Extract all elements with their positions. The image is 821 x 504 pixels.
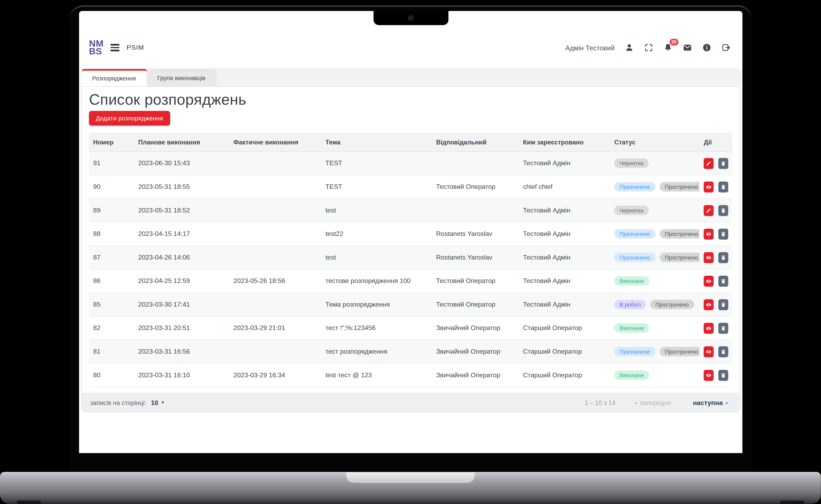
cell-actual: 2023-05-26 18:56 bbox=[230, 269, 321, 293]
cell-actions bbox=[700, 151, 733, 175]
cell-registered-by: Тестовий Адмін bbox=[519, 269, 610, 293]
cell-registered-by: Тестовий Адмін bbox=[519, 293, 610, 316]
cell-topic: тестове розпорядження 100 bbox=[321, 269, 432, 293]
pencil-icon bbox=[706, 160, 712, 166]
cell-responsible: Тестовий Оператор bbox=[432, 293, 519, 316]
per-page-select[interactable]: 10 ▼ bbox=[151, 399, 165, 406]
view-button[interactable] bbox=[704, 370, 714, 381]
prev-page-button[interactable]: ◂ попередня bbox=[631, 398, 674, 407]
orders-table: Номер Планове виконання Фактичне виконан… bbox=[89, 133, 733, 387]
cell-number: 85 bbox=[89, 293, 134, 316]
bell-icon[interactable]: 20 bbox=[664, 43, 673, 52]
camera-dot bbox=[408, 15, 413, 21]
fullscreen-icon[interactable] bbox=[644, 43, 654, 52]
add-order-button[interactable]: Додати розпорядження bbox=[89, 111, 170, 125]
cell-responsible: Звичайний Оператор bbox=[432, 340, 519, 363]
table-row: 862023-04-25 12:592023-05-26 18:56тестов… bbox=[89, 269, 733, 293]
cell-actions bbox=[700, 316, 733, 340]
edit-button[interactable] bbox=[704, 158, 714, 169]
cell-actual bbox=[230, 151, 321, 175]
table-row: 882023-04-15 14:17test22Rostanets Yarosl… bbox=[89, 222, 733, 246]
cell-planned: 2023-03-31 16:56 bbox=[134, 340, 229, 363]
table-row: 852023-03-30 17:41Тема розпорядженняТест… bbox=[89, 293, 733, 316]
delete-button[interactable] bbox=[719, 299, 728, 310]
cell-topic: тест розпорядження bbox=[321, 340, 432, 363]
cell-topic: TEST bbox=[321, 175, 432, 199]
view-button[interactable] bbox=[704, 228, 714, 239]
edit-button[interactable] bbox=[704, 205, 714, 216]
status-badge-assigned: Призначене bbox=[614, 182, 655, 191]
cell-actual bbox=[230, 222, 321, 246]
deck-notch bbox=[346, 472, 475, 483]
tab-orders[interactable]: Розпорядження bbox=[82, 69, 147, 86]
cell-actual bbox=[230, 246, 321, 269]
cell-topic: TEST bbox=[321, 151, 432, 175]
view-button[interactable] bbox=[704, 181, 714, 192]
delete-button[interactable] bbox=[719, 228, 728, 239]
card-body: Список розпоряджень Додати розпорядження… bbox=[82, 87, 740, 393]
cell-responsible: Звичайний Оператор bbox=[432, 316, 519, 340]
canvas: NM BS PSIM Адмін Тестовий bbox=[0, 0, 821, 504]
status-badge-working: В роботі bbox=[614, 300, 646, 309]
cell-number: 82 bbox=[89, 316, 134, 340]
next-page-label: наступна bbox=[693, 399, 723, 406]
laptop-notch bbox=[373, 11, 448, 25]
table-row: 812023-03-31 16:56тест розпорядженняЗвич… bbox=[89, 340, 733, 363]
cell-actual bbox=[230, 199, 321, 222]
delete-button[interactable] bbox=[719, 346, 728, 357]
delete-button[interactable] bbox=[719, 252, 728, 263]
cell-planned: 2023-04-25 12:59 bbox=[134, 269, 229, 293]
delete-button[interactable] bbox=[719, 322, 728, 333]
cell-number: 91 bbox=[89, 151, 134, 175]
cell-planned: 2023-03-30 17:41 bbox=[134, 293, 229, 316]
menu-icon[interactable] bbox=[110, 44, 119, 51]
cell-topic: test тест @ 123 bbox=[321, 363, 432, 387]
cell-actual bbox=[230, 340, 321, 363]
cell-topic: Тема розпорядження bbox=[321, 293, 432, 316]
logout-icon[interactable] bbox=[722, 43, 731, 52]
chevron-down-icon: ▼ bbox=[161, 400, 165, 405]
status-badge-done: Виконане bbox=[614, 323, 649, 333]
view-button[interactable] bbox=[704, 275, 714, 286]
view-button[interactable] bbox=[704, 252, 714, 263]
table-header-row: Номер Планове виконання Фактичне виконан… bbox=[89, 133, 733, 152]
eye-icon bbox=[706, 184, 712, 190]
user-icon[interactable] bbox=[625, 43, 634, 52]
per-page-label: записів на сторінці: bbox=[90, 399, 146, 406]
view-button[interactable] bbox=[704, 299, 714, 310]
eye-icon bbox=[706, 302, 712, 307]
status-badge-assigned: Призначене bbox=[614, 347, 655, 356]
trash-icon bbox=[721, 325, 726, 331]
status-badge-overdue: Прострочено bbox=[660, 229, 700, 239]
cell-number: 89 bbox=[89, 199, 134, 222]
cell-status: ПризначенеПрострочено bbox=[610, 340, 700, 363]
cell-responsible bbox=[432, 199, 519, 222]
pagination-bar: записів на сторінці: 10 ▼ 1 – 10 з 14 ◂ … bbox=[82, 393, 740, 412]
info-icon[interactable] bbox=[702, 43, 712, 52]
eye-icon bbox=[706, 231, 712, 237]
mail-icon[interactable] bbox=[683, 43, 692, 52]
cell-topic: test bbox=[321, 199, 432, 222]
cell-status: ПризначенеПрострочено bbox=[610, 175, 700, 199]
column-responsible: Відповідальний bbox=[432, 133, 519, 152]
cell-actions bbox=[700, 175, 733, 199]
delete-button[interactable] bbox=[719, 275, 728, 286]
logo-line-bottom: BS bbox=[89, 48, 103, 55]
column-registered-by: Ким зареєстровано bbox=[519, 133, 610, 152]
laptop-lid: NM BS PSIM Адмін Тестовий bbox=[69, 5, 752, 472]
view-button[interactable] bbox=[704, 346, 714, 357]
tab-executor-groups[interactable]: Групи виконавців bbox=[147, 69, 216, 86]
laptop-foot-left bbox=[17, 501, 41, 504]
cell-planned: 2023-05-31 18:52 bbox=[134, 199, 229, 222]
delete-button[interactable] bbox=[719, 370, 728, 381]
next-page-button[interactable]: наступна ▸ bbox=[690, 398, 732, 407]
cell-status: В роботіПрострочено bbox=[610, 293, 700, 316]
delete-button[interactable] bbox=[719, 181, 728, 192]
view-button[interactable] bbox=[704, 322, 714, 333]
table-row: 912023-06-30 15:43TESTТестовий АдмінЧерн… bbox=[89, 151, 733, 175]
app-name: PSIM bbox=[127, 44, 144, 51]
user-name: Адмін Тестовий bbox=[565, 44, 615, 52]
trash-icon bbox=[721, 302, 726, 307]
delete-button[interactable] bbox=[719, 205, 728, 216]
delete-button[interactable] bbox=[719, 158, 728, 169]
